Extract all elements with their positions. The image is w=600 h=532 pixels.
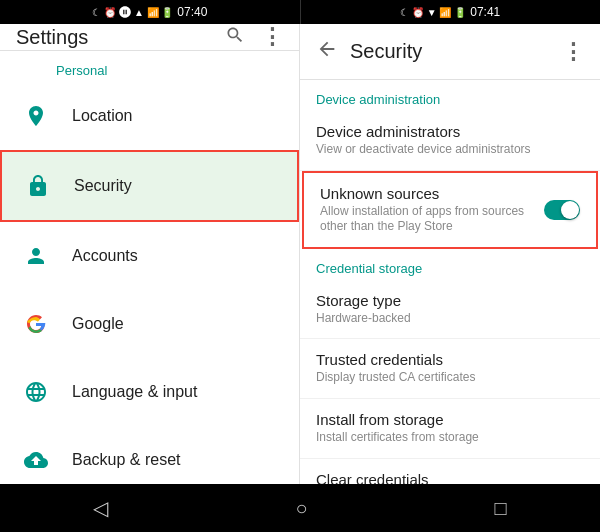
toggle-thumb: [561, 201, 579, 219]
left-panel: Settings ⋮ Personal Location Security: [0, 24, 300, 484]
language-icon: [16, 372, 56, 412]
security-label: Security: [74, 177, 132, 195]
back-nav-button[interactable]: ◁: [73, 488, 128, 528]
sidebar-item-language[interactable]: Language & input: [0, 358, 299, 426]
left-toolbar: Settings ⋮: [0, 24, 299, 51]
search-icon[interactable]: [225, 25, 245, 50]
right-panel: Security ⋮ Device administration Device …: [300, 24, 600, 484]
settings-title: Settings: [16, 26, 225, 49]
accounts-icon: [16, 236, 56, 276]
left-time: 07:40: [177, 5, 207, 19]
google-label: Google: [72, 315, 124, 333]
backup-icon: [16, 440, 56, 480]
install-from-storage-item[interactable]: Install from storage Install certificate…: [300, 399, 600, 459]
install-from-storage-subtitle: Install certificates from storage: [316, 430, 584, 446]
unknown-sources-subtitle: Allow installation of apps from sources …: [320, 204, 532, 235]
unknown-sources-title: Unknown sources: [320, 185, 532, 202]
left-status-bar: ☾ ⏰ ▲ 📶 🔋 07:40: [0, 0, 300, 24]
unknown-sources-text: Unknown sources Allow installation of ap…: [320, 185, 532, 235]
trusted-credentials-title: Trusted credentials: [316, 351, 584, 368]
device-administrators-subtitle: View or deactivate device administrators: [316, 142, 584, 158]
overflow-menu-icon[interactable]: ⋮: [261, 24, 283, 50]
right-status-icons: ☾ ⏰ ▼ 📶 🔋: [400, 7, 466, 18]
bottom-navigation: ◁ ○ □: [0, 484, 600, 532]
storage-type-item[interactable]: Storage type Hardware-backed: [300, 280, 600, 340]
location-icon: [16, 96, 56, 136]
back-button[interactable]: [316, 38, 338, 65]
clear-credentials-title: Clear credentials: [316, 471, 584, 484]
accounts-label: Accounts: [72, 247, 138, 265]
google-icon: [16, 304, 56, 344]
security-overflow-menu-icon[interactable]: ⋮: [562, 39, 584, 65]
device-administration-label: Device administration: [300, 80, 600, 111]
right-time: 07:41: [470, 5, 500, 19]
unknown-sources-toggle[interactable]: [544, 200, 580, 220]
status-bars: ☾ ⏰ ▲ 📶 🔋 07:40 ☾ ⏰ ▼ 📶 🔋 07:41: [0, 0, 600, 24]
sidebar-item-accounts[interactable]: Accounts: [0, 222, 299, 290]
sidebar-item-location[interactable]: Location: [0, 82, 299, 150]
device-administrators-item[interactable]: Device administrators View or deactivate…: [300, 111, 600, 171]
sidebar-item-google[interactable]: Google: [0, 290, 299, 358]
personal-section-header: Personal: [0, 51, 299, 82]
trusted-credentials-item[interactable]: Trusted credentials Display trusted CA c…: [300, 339, 600, 399]
right-status-bar: ☾ ⏰ ▼ 📶 🔋 07:41: [300, 0, 601, 24]
main-container: Settings ⋮ Personal Location Security: [0, 24, 600, 484]
clear-credentials-item[interactable]: Clear credentials: [300, 459, 600, 484]
language-label: Language & input: [72, 383, 197, 401]
device-administrators-title: Device administrators: [316, 123, 584, 140]
right-toolbar: Security ⋮: [300, 24, 600, 80]
home-nav-button[interactable]: ○: [275, 489, 327, 528]
storage-type-subtitle: Hardware-backed: [316, 311, 584, 327]
recents-nav-button[interactable]: □: [474, 489, 526, 528]
unknown-sources-item[interactable]: Unknown sources Allow installation of ap…: [302, 171, 598, 249]
backup-label: Backup & reset: [72, 451, 181, 469]
credential-storage-label: Credential storage: [300, 249, 600, 280]
security-page-title: Security: [350, 40, 550, 63]
security-content: Device administration Device administrat…: [300, 80, 600, 484]
security-icon: [18, 166, 58, 206]
toolbar-icons: ⋮: [225, 24, 283, 50]
sidebar-item-security[interactable]: Security: [0, 150, 299, 222]
storage-type-title: Storage type: [316, 292, 584, 309]
trusted-credentials-subtitle: Display trusted CA certificates: [316, 370, 584, 386]
install-from-storage-title: Install from storage: [316, 411, 584, 428]
unknown-sources-row: Unknown sources Allow installation of ap…: [320, 185, 580, 235]
location-label: Location: [72, 107, 133, 125]
sidebar-item-backup[interactable]: Backup & reset: [0, 426, 299, 484]
left-status-icons: ☾ ⏰ ▲ 📶 🔋: [92, 5, 173, 19]
